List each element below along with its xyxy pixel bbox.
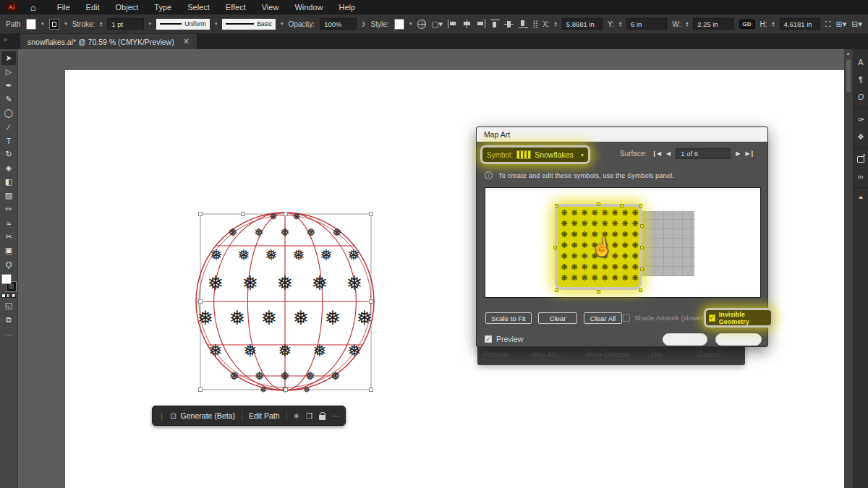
w-stepper[interactable]: ▴▾ xyxy=(686,21,688,27)
scrollbar-thumb[interactable] xyxy=(846,59,851,93)
quick-actions-icon[interactable]: ⊟▾ xyxy=(851,20,862,29)
symbol-dropdown[interactable]: Symbol: Snowflakes ▾ xyxy=(480,145,590,164)
fill-color-swatch[interactable] xyxy=(1,274,12,284)
dialog-title[interactable]: Map Art xyxy=(477,127,767,142)
direct-selection-tool[interactable]: ▷ xyxy=(1,65,16,79)
line-tool[interactable]: ∕ xyxy=(1,120,16,134)
tab-close-icon[interactable]: ✕ xyxy=(183,37,190,46)
artboard-tool[interactable]: ▣ xyxy=(1,244,16,257)
surface-field[interactable]: 1 of 6 xyxy=(676,148,731,159)
swatches-panel-icon[interactable]: ❖ xyxy=(854,128,868,145)
none-button[interactable] xyxy=(12,294,16,298)
stroke-weight-field[interactable]: 1 pt xyxy=(107,18,144,30)
transform-icon[interactable]: ⛶ xyxy=(825,20,831,29)
brush-definition-dropdown[interactable]: Basic xyxy=(222,19,276,30)
cancel-button[interactable]: Cancel xyxy=(715,333,762,346)
style-swatch[interactable] xyxy=(394,19,405,30)
menu-item-edit[interactable]: Edit xyxy=(78,0,108,14)
last-surface-icon[interactable]: ▶❙ xyxy=(745,150,754,157)
glyphs-panel-icon[interactable]: ✑ xyxy=(854,111,868,128)
shape-options-icon[interactable]: ▢▾ xyxy=(431,20,443,29)
stroke-weight-stepper[interactable]: ▴▾ xyxy=(100,21,102,27)
brush-chevron-icon[interactable]: ▾ xyxy=(281,21,284,27)
screen-mode-icon[interactable]: ⧉ xyxy=(1,313,16,327)
h-field[interactable]: 4.6181 in xyxy=(780,18,820,30)
h-stepper[interactable]: ▴▾ xyxy=(773,21,775,27)
width-profile-chevron-icon[interactable]: ▾ xyxy=(215,21,218,27)
generate-button[interactable]: ⊡ Generate (Beta) xyxy=(170,411,235,420)
x-stepper[interactable]: ▴▾ xyxy=(555,21,557,27)
zoom-tool[interactable]: Ϙ xyxy=(1,257,16,271)
x-field[interactable]: 5.8681 in xyxy=(562,18,603,30)
preview-box-check[interactable]: ✓ xyxy=(485,335,492,343)
scissors-tool[interactable]: ✂ xyxy=(1,230,16,244)
scroll-up-icon[interactable]: ▲ xyxy=(846,51,851,56)
stroke-chevron-icon[interactable]: ▾ xyxy=(64,21,67,27)
selection-anchor[interactable] xyxy=(620,204,624,207)
previous-surface-icon[interactable]: ◀ xyxy=(666,150,671,157)
invisible-geometry-box[interactable]: ✓ xyxy=(709,314,715,322)
selection-anchor[interactable] xyxy=(640,267,644,271)
align-top-icon[interactable] xyxy=(490,20,500,28)
align-center-icon[interactable] xyxy=(462,20,472,28)
clear-all-button[interactable]: Clear All xyxy=(584,312,622,324)
links-panel-icon[interactable]: ∞ xyxy=(854,168,868,185)
width-profile-dropdown[interactable]: Uniform xyxy=(156,19,210,30)
first-surface-icon[interactable]: ❙◀ xyxy=(652,150,661,157)
menu-item-help[interactable]: Help xyxy=(331,0,364,14)
pen-tool[interactable]: ✒ xyxy=(1,79,16,93)
isolate-mode-icon[interactable]: ⊞▾ xyxy=(836,20,847,29)
document-setup-globe-icon[interactable] xyxy=(417,20,427,29)
color-button[interactable] xyxy=(1,294,6,298)
draw-mode-icon[interactable]: ◱ xyxy=(1,299,16,312)
character-panel-icon[interactable]: A xyxy=(854,53,868,71)
stroke-swatch[interactable] xyxy=(49,19,60,30)
opacity-expand-icon[interactable]: ❯ xyxy=(362,21,366,27)
align-right-icon[interactable] xyxy=(476,20,485,28)
pencil-tool[interactable]: ✏ xyxy=(1,202,16,216)
tab-overflow-icon[interactable]: » xyxy=(4,36,7,43)
shade-artwork-checkbox[interactable]: Shade Artwork (slower) xyxy=(623,314,705,322)
home-icon[interactable]: ⌂ xyxy=(30,3,36,12)
eraser-tool[interactable]: ◈ xyxy=(1,161,16,175)
mapped-symbol-square[interactable]: ❋❋❋❋❋❋❋❋❋❋❋❋❋❋❋❋❋❋❋❋❋❋❋❋❋❋❋❋❋❋❋❋❋❋❋❋❋❋❋❋… xyxy=(555,204,642,290)
menu-item-object[interactable]: Object xyxy=(108,0,147,14)
generate-settings-icon[interactable]: ✳ xyxy=(294,412,299,420)
menu-item-effect[interactable]: Effect xyxy=(218,0,254,14)
edit-path-button[interactable]: Edit Path xyxy=(249,411,280,420)
export-panel-icon[interactable] xyxy=(854,150,868,168)
curvature-tool[interactable]: ✎ xyxy=(1,93,16,106)
align-bottom-icon[interactable] xyxy=(519,20,528,28)
stroke-weight-chevron-icon[interactable]: ▾ xyxy=(149,21,152,27)
selection-tool[interactable]: ➤ xyxy=(1,51,16,65)
selection-anchor[interactable] xyxy=(555,204,558,207)
menu-item-type[interactable]: Type xyxy=(146,0,179,14)
paragraph-panel-icon[interactable]: ¶ xyxy=(854,71,868,88)
color-mode-buttons[interactable] xyxy=(1,294,16,298)
ok-button[interactable]: OK xyxy=(663,333,707,346)
menu-item-select[interactable]: Select xyxy=(179,0,218,14)
snowflake-sphere-artwork[interactable]: ❅❅❅❅❅❅❅❅❅❅❅❅❅❅❅❅❅❅❅❅❅❅❅❅❅❅❅❅❅❅❅❅❅❅❅❅❅ xyxy=(190,202,385,398)
gradient-tool[interactable]: ▨ xyxy=(1,189,16,202)
align-middle-icon[interactable] xyxy=(504,20,514,28)
menu-item-view[interactable]: View xyxy=(254,0,287,14)
invisible-geometry-checkbox[interactable]: ✓ Invisible Geometry xyxy=(704,308,773,328)
selection-anchor[interactable] xyxy=(640,246,644,249)
shape-builder-tool[interactable]: ◧ xyxy=(1,175,16,189)
opentype-panel-icon[interactable]: O xyxy=(854,88,868,106)
selection-anchor[interactable] xyxy=(597,290,600,294)
document-tab[interactable]: snowflakes.ai* @ 70.59 % (CMYK/Preview) … xyxy=(20,34,197,49)
selection-anchor[interactable] xyxy=(639,288,642,292)
vertical-scrollbar[interactable]: ▲ xyxy=(844,49,853,488)
blend-tool[interactable]: ≈ xyxy=(1,216,16,230)
constrain-proportions-icon[interactable]: GD xyxy=(739,20,755,29)
taskbar-more-icon[interactable]: ··· xyxy=(332,412,339,420)
opacity-field[interactable]: 100% xyxy=(320,18,357,30)
scale-to-fit-button[interactable]: Scale to Fit xyxy=(485,312,532,324)
lock-icon[interactable] xyxy=(319,415,326,420)
style-chevron-icon[interactable]: ▾ xyxy=(409,21,412,27)
shape-tool[interactable]: ◯ xyxy=(1,106,16,120)
taskbar-drag-handle[interactable]: ❘ xyxy=(158,411,165,421)
fill-stroke-indicator[interactable] xyxy=(1,274,16,291)
next-surface-icon[interactable]: ▶ xyxy=(736,150,740,157)
